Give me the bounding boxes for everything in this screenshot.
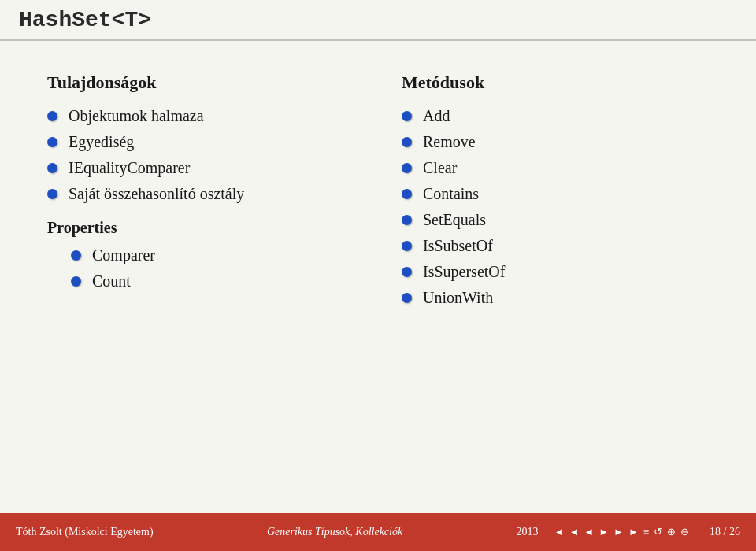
properties-list: Objektumok halmaza Egyediség IEqualityCo…: [47, 107, 354, 203]
bullet-icon: [402, 215, 412, 225]
nav-forward-icon[interactable]: ►: [598, 526, 609, 538]
list-item-label: Remove: [423, 133, 476, 151]
bullet-icon: [402, 111, 412, 121]
left-column: Tulajdonságok Objektumok halmaza Egyedis…: [47, 72, 386, 497]
properties-heading: Tulajdonságok: [47, 72, 354, 93]
nav-last-icon[interactable]: ►: [613, 526, 624, 538]
methods-heading: Metódusok: [402, 72, 709, 93]
list-item: Egyediség: [47, 133, 354, 151]
list-item-label: Contains: [423, 185, 479, 203]
list-item: Count: [71, 272, 354, 290]
list-item: SetEquals: [402, 211, 709, 229]
bullet-icon: [402, 293, 412, 303]
list-item: IsSupersetOf: [402, 263, 709, 281]
list-item: Contains: [402, 185, 709, 203]
footer-year: 2013: [517, 526, 539, 538]
header-bar: HashSet<T>: [0, 0, 756, 41]
bullet-icon: [402, 267, 412, 277]
bullet-icon: [47, 137, 57, 147]
footer-navigation: ◄ ◄ ◄ ► ► ► ≡ ↺ ⊕ ⊖: [554, 526, 690, 538]
footer-right: 2013 ◄ ◄ ◄ ► ► ► ≡ ↺ ⊕ ⊖ 18 / 26: [517, 526, 740, 538]
list-item: Objektumok halmaza: [47, 107, 354, 125]
list-item: Add: [402, 107, 709, 125]
nav-prev-icon[interactable]: ◄: [554, 526, 565, 538]
list-item: Comparer: [71, 246, 354, 264]
bullet-icon: [71, 276, 81, 287]
bullet-icon: [402, 163, 412, 173]
bullet-icon: [71, 250, 81, 261]
methods-list: Add Remove Clear Contains SetEquals IsSu…: [402, 107, 709, 307]
nav-next-icon[interactable]: ►: [628, 526, 639, 538]
list-item-label: Add: [423, 107, 450, 125]
sub-heading: Properties: [47, 219, 354, 237]
list-item: IsSubsetOf: [402, 237, 709, 255]
nav-refresh-icon[interactable]: ↺: [654, 526, 662, 538]
list-item: IEqualityComparer: [47, 159, 354, 177]
list-item: Remove: [402, 133, 709, 151]
bullet-icon: [47, 163, 57, 173]
bullet-icon: [402, 189, 412, 199]
bullet-icon: [402, 241, 412, 251]
list-item: Clear: [402, 159, 709, 177]
list-item-label: UnionWith: [423, 289, 493, 307]
list-item-label: IEqualityComparer: [69, 159, 190, 177]
footer-topic: Generikus Típusok, Kollekciók: [267, 526, 402, 538]
bullet-icon: [47, 189, 57, 199]
list-item-label: Saját összehasonlító osztály: [69, 185, 244, 203]
list-item-label: IsSupersetOf: [423, 263, 505, 281]
nav-menu-icon[interactable]: ≡: [643, 526, 649, 538]
list-item-label: Objektumok halmaza: [69, 107, 204, 125]
list-item-label: Comparer: [92, 246, 155, 264]
list-item-label: IsSubsetOf: [423, 237, 493, 255]
footer-author: Tóth Zsolt (Miskolci Egyetem): [16, 526, 154, 538]
footer-page-number: 18 / 26: [710, 526, 740, 538]
list-item-label: Count: [92, 272, 131, 290]
footer-bar: Tóth Zsolt (Miskolci Egyetem) Generikus …: [0, 513, 756, 551]
nav-zoomout-icon[interactable]: ⊖: [680, 526, 689, 538]
right-column: Metódusok Add Remove Clear Contains SetE…: [386, 72, 709, 497]
nav-zoomin-icon[interactable]: ⊕: [667, 526, 676, 538]
list-item-label: SetEquals: [423, 211, 486, 229]
list-item: UnionWith: [402, 289, 709, 307]
list-item-label: Egyediség: [69, 133, 134, 151]
bullet-icon: [47, 111, 57, 121]
bullet-icon: [402, 137, 412, 147]
main-content: Tulajdonságok Objektumok halmaza Egyedis…: [0, 41, 756, 513]
nav-first-icon[interactable]: ◄: [569, 526, 579, 538]
page-title: HashSet<T>: [19, 8, 151, 32]
nav-back-icon[interactable]: ◄: [584, 526, 594, 538]
sub-properties-list: Comparer Count: [71, 246, 354, 290]
list-item-label: Clear: [423, 159, 457, 177]
list-item: Saját összehasonlító osztály: [47, 185, 354, 203]
